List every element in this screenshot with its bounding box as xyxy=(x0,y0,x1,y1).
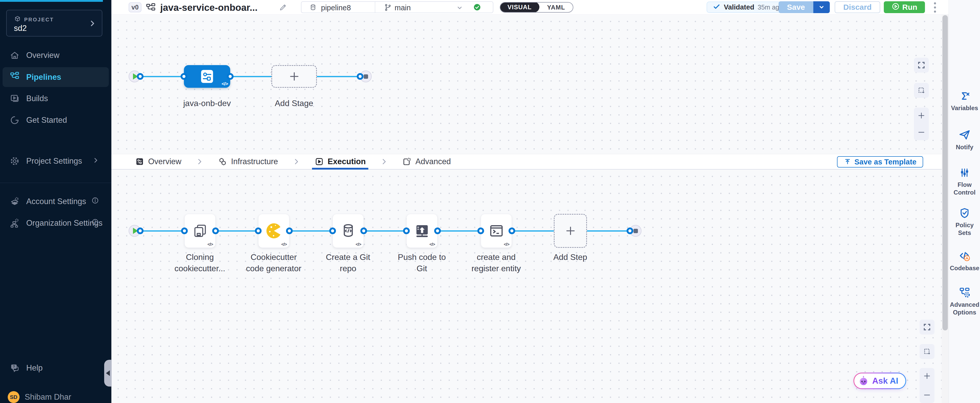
connector-port[interactable] xyxy=(137,228,143,234)
connector-port[interactable] xyxy=(181,228,188,234)
connector-port[interactable] xyxy=(477,228,484,234)
advanced-options-icon xyxy=(958,286,971,298)
validated-label: Validated xyxy=(724,3,754,11)
project-selector[interactable]: PROJECT sd2 xyxy=(6,10,102,37)
panel-item-codebase[interactable]: Codebase xyxy=(949,250,980,272)
tab-infrastructure[interactable]: Infrastructure xyxy=(218,154,278,169)
chevron-right-icon xyxy=(89,19,96,28)
connector-port[interactable] xyxy=(509,228,515,234)
push-code-icon xyxy=(414,222,431,239)
toggle-yaml[interactable]: YAML xyxy=(539,4,573,11)
scrollbar-thumb[interactable] xyxy=(942,15,948,330)
sidebar-item-pipelines[interactable]: Pipelines xyxy=(3,67,109,87)
more-options-menu-icon[interactable] xyxy=(930,2,940,13)
connector-port[interactable] xyxy=(627,228,633,234)
reset-view-button[interactable] xyxy=(914,83,929,98)
step-node-create-git-repo[interactable]: </> xyxy=(332,214,364,248)
fullscreen-button[interactable] xyxy=(914,57,929,73)
run-button[interactable]: Run xyxy=(884,1,925,13)
step-node-cookiecutter-generator[interactable]: </> xyxy=(258,214,290,248)
ask-ai-button[interactable]: Ask AI xyxy=(853,373,906,389)
connector-port[interactable] xyxy=(434,228,441,234)
panel-item-notify[interactable]: Notify xyxy=(949,129,980,151)
save-split-button[interactable]: Save xyxy=(779,1,830,13)
panel-item-variables[interactable]: Variables xyxy=(949,90,980,112)
chevron-right-icon xyxy=(380,158,388,166)
info-icon[interactable] xyxy=(91,197,99,206)
sidebar-item-organization-settings[interactable]: Organization Settings xyxy=(0,215,111,231)
panel-item-policy-sets[interactable]: Policy Sets xyxy=(949,207,980,237)
pipeline-icon xyxy=(146,3,156,14)
connector-port[interactable] xyxy=(403,228,410,234)
connector-port[interactable] xyxy=(227,73,234,80)
stage-connector-line xyxy=(140,76,361,77)
step-label: Push code toGit xyxy=(383,252,460,274)
connector-port[interactable] xyxy=(212,228,219,234)
step-node-create-register-entity[interactable]: </> xyxy=(481,214,512,248)
edit-pencil-icon[interactable] xyxy=(278,3,287,13)
custom-stage-icon xyxy=(199,68,215,84)
sidebar-item-get-started[interactable]: Get Started xyxy=(0,112,111,128)
get-started-icon xyxy=(10,115,19,125)
step-node-push-code-to-git[interactable]: </> xyxy=(406,214,438,248)
sidebar-item-overview[interactable]: Overview xyxy=(0,47,111,63)
stop-icon xyxy=(364,74,368,79)
save-button[interactable]: Save xyxy=(779,1,813,13)
stage-node-java-onb-dev[interactable]: </> xyxy=(184,65,230,88)
tab-overview[interactable]: Overview xyxy=(135,154,181,169)
zoom-controls[interactable] xyxy=(920,368,934,403)
toggle-visual[interactable]: VISUAL xyxy=(500,2,539,12)
connector-port[interactable] xyxy=(360,228,367,234)
sidebar-item-builds[interactable]: Builds xyxy=(0,91,111,107)
save-as-template-button[interactable]: Save as Template xyxy=(837,156,923,167)
repo-branch-selector[interactable]: pipeline8 main xyxy=(301,1,493,13)
discard-button[interactable]: Discard xyxy=(835,1,880,13)
avatar: SD xyxy=(8,391,19,403)
chevron-right-icon xyxy=(293,158,300,166)
zoom-in-icon[interactable] xyxy=(918,112,925,119)
zoom-out-icon[interactable] xyxy=(918,128,925,136)
step-node-cloning-cookiecutter[interactable]: </> xyxy=(185,214,216,248)
sidebar-item-project-settings[interactable]: Project Settings xyxy=(0,153,111,169)
reset-view-button[interactable] xyxy=(920,344,934,359)
tab-execution[interactable]: Execution xyxy=(315,154,366,169)
fullscreen-button[interactable] xyxy=(920,320,934,335)
check-icon xyxy=(713,3,721,11)
connector-port[interactable] xyxy=(255,228,262,234)
add-step-node[interactable] xyxy=(554,214,587,248)
stage-canvas[interactable]: </> java-onb-dev Add Stage xyxy=(111,15,942,154)
organization-settings-icon xyxy=(10,218,19,228)
sidebar-item-help[interactable]: ? Help xyxy=(0,360,111,376)
connector-port[interactable] xyxy=(329,228,336,234)
loading-accent-bar xyxy=(0,0,103,2)
git-clone-icon xyxy=(192,222,208,239)
zoom-controls[interactable] xyxy=(914,108,929,140)
tab-advanced[interactable]: Advanced xyxy=(402,154,451,169)
user-menu[interactable]: SD Shibam Dhar xyxy=(0,389,111,403)
chevron-down-icon[interactable] xyxy=(456,4,463,13)
vertical-scrollbar[interactable] xyxy=(942,15,949,403)
connector-port[interactable] xyxy=(357,73,363,80)
sidebar-item-label: Project Settings xyxy=(26,156,82,166)
sidebar-item-account-settings[interactable]: Account Settings xyxy=(0,194,111,209)
tab-label: Infrastructure xyxy=(231,157,278,166)
help-chat-icon: ? xyxy=(10,363,19,373)
add-stage-node[interactable] xyxy=(271,65,317,88)
step-label: Cloningcookiecutter... xyxy=(161,252,239,274)
stop-icon xyxy=(633,229,638,233)
visual-yaml-toggle[interactable]: VISUAL YAML xyxy=(500,2,573,13)
panel-item-advanced-options[interactable]: Advanced Options xyxy=(949,286,980,316)
sidebar-collapse-handle[interactable] xyxy=(104,360,111,387)
collapse-left-icon xyxy=(106,370,110,376)
execution-canvas[interactable]: </> </> </> </> </> Cloningcookiecutter.… xyxy=(111,170,942,403)
project-name: sd2 xyxy=(14,24,27,33)
zoom-in-icon[interactable] xyxy=(923,372,931,380)
connector-port[interactable] xyxy=(286,228,293,234)
info-icon[interactable] xyxy=(91,218,99,228)
connector-port[interactable] xyxy=(137,73,143,80)
panel-item-flow-control[interactable]: Flow Control xyxy=(949,167,980,196)
save-menu-button[interactable] xyxy=(813,1,830,13)
zoom-out-icon[interactable] xyxy=(923,391,931,399)
sidebar-item-label: Get Started xyxy=(26,116,67,125)
connector-port[interactable] xyxy=(181,73,187,80)
